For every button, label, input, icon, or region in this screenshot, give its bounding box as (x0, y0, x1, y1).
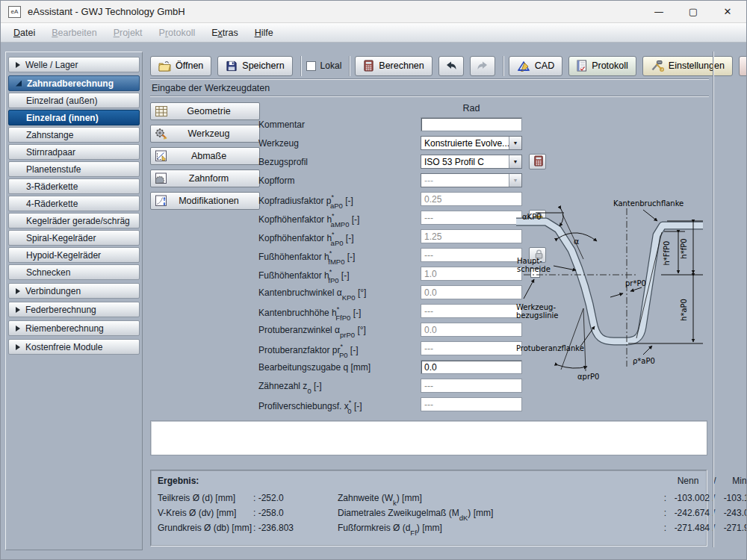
chevron-down-icon[interactable]: ▼ (509, 155, 521, 168)
local-checkbox[interactable] (306, 61, 316, 71)
cad-button[interactable]: CAD (509, 56, 562, 76)
result-label: Teilkreis Ø (d) [mm] (158, 493, 235, 503)
deviations-button[interactable]: Abmaße (150, 147, 260, 165)
geometry-button[interactable]: Geometrie (150, 102, 260, 120)
divider (150, 96, 709, 97)
field-label: Zähnezahl z0 [-] (258, 381, 322, 393)
sidebar-section[interactable]: Kostenfreie Module (8, 339, 140, 355)
sidebar-item[interactable]: Hypoid-Kegelräder (8, 247, 140, 263)
sidebar-section[interactable]: Riemenberechnung (8, 320, 140, 336)
menu-item[interactable]: Extras (203, 25, 246, 40)
help-button[interactable]: ? Hilfe (739, 56, 747, 76)
geometry-button-label: Geometrie (169, 106, 249, 116)
sidebar-item[interactable]: Spiral-Kegelräder (8, 230, 140, 246)
menu-item[interactable]: Datei (5, 25, 43, 40)
maximize-button[interactable]: ▢ (676, 1, 710, 23)
result-nenn: -242.674 (666, 508, 710, 518)
save-button[interactable]: Speichern (217, 56, 292, 76)
sidebar-item[interactable]: Schnecken (8, 264, 140, 280)
results-title: Ergebnis: (158, 476, 199, 486)
field-label: Fußhöhenfaktor h*fP0 [-] (258, 269, 350, 282)
main-area: Welle / LagerZahnradberechnungEinzelrad … (1, 43, 746, 559)
result-min: -103.152 (719, 493, 747, 503)
dropdown-werkzeug[interactable]: Konstruierte Evolve...▼ (421, 136, 522, 150)
calculate-button[interactable]: Berechnen (355, 56, 432, 76)
field-label: Kopfhöhenfaktor h*aP0 [-] (258, 231, 354, 245)
open-button[interactable]: Öffnen (150, 56, 211, 76)
chevron-down-icon[interactable]: ▼ (509, 137, 521, 149)
field-input (421, 379, 522, 393)
dropdown-value: ISO 53 Profil C (421, 155, 509, 168)
open-button-label: Öffnen (176, 60, 203, 71)
result-row: Zahnweite (Wk) [mm]:-103.002/-103.152/-1… (338, 493, 422, 505)
protocol-button[interactable]: Protokoll (568, 56, 636, 76)
tools-icon (651, 60, 664, 72)
settings-button[interactable]: Einstellungen (642, 56, 733, 76)
sidebar-section[interactable]: Verbindungen (8, 283, 140, 299)
sidebar-item-label: Stirnradpaar (26, 147, 75, 158)
sidebar-item-label: Einzelrad (außen) (26, 96, 97, 106)
form-row: WerkzeugKonstruierte Evolve...▼ (258, 135, 565, 154)
sidebar-item-label: 4-Räderkette (26, 199, 78, 209)
reference-profile-calc-button[interactable] (529, 154, 546, 169)
sidebar-section[interactable]: Welle / Lager (8, 57, 140, 72)
undo-button[interactable] (438, 56, 464, 76)
sidebar-item-label: 3-Räderkette (26, 181, 78, 192)
close-button[interactable]: ✕ (710, 1, 745, 23)
sidebar-item[interactable]: 3-Räderkette (8, 178, 140, 194)
tool-button[interactable]: Werkzeug (150, 125, 260, 143)
sidebar-section[interactable]: Zahnradberechnung (8, 75, 140, 91)
label-kantenbruchflanke: Kantenbruchflanke (613, 199, 684, 208)
result-value: : -252.0 (253, 493, 284, 503)
field-input (421, 192, 522, 206)
sidebar-item[interactable]: Stirnradpaar (8, 144, 140, 160)
dropdown-bezugsprofil[interactable]: ISO 53 Profil C▼ (421, 155, 522, 169)
app-window: eA eAssistant - GWJ Technology GmbH — ▢ … (0, 0, 747, 560)
cad-ruler-pencil-icon (517, 60, 530, 72)
cad-button-label: CAD (535, 60, 554, 71)
menu-bar: DateiBearbeitenProjektProtokollExtrasHil… (1, 23, 746, 43)
field-label: Werkzeug (258, 138, 299, 149)
field-label: Kommentar (258, 119, 305, 130)
open-folder-icon (158, 60, 171, 72)
result-value: : -236.803 (253, 523, 294, 533)
field-input[interactable] (421, 117, 522, 131)
tooth-form-button[interactable]: Zahnform (150, 169, 260, 187)
sidebar-item[interactable]: Zahnstange (8, 127, 140, 143)
collapsed-triangle-icon (16, 344, 20, 350)
section-title: Eingabe der Werkzeugdaten (152, 83, 270, 93)
field-input (421, 229, 522, 243)
label-hauptschneide: Haupt- (517, 257, 542, 265)
local-checkbox-label: Lokal (320, 60, 342, 71)
dropdown-value: --- (421, 174, 509, 187)
label-rho-ap0: ρ*aP0 (633, 357, 655, 365)
minimize-button[interactable]: — (642, 1, 676, 23)
result-label: Fußformkreis Ø (dFf) [mm] (338, 523, 442, 533)
menu-item: Projekt (105, 25, 151, 40)
sidebar: Welle / LagerZahnradberechnungEinzelrad … (5, 52, 143, 550)
calculate-button-label: Berechnen (379, 60, 424, 71)
sidebar-item[interactable]: Einzelrad (innen) (8, 110, 140, 125)
sidebar-item[interactable]: Kegelräder gerade/schräg (8, 213, 140, 228)
sidebar-section-label: Federberechnung (25, 305, 96, 315)
column-header-rad: Rad (421, 103, 522, 113)
field-label: Kantenbruchwinkel αKP0 [°] (258, 287, 366, 299)
sidebar-item[interactable]: Planetenstufe (8, 161, 140, 177)
deviations-button-label: Abmaße (169, 151, 249, 161)
notepad-icon (577, 60, 587, 72)
result-colon: : (660, 508, 666, 518)
sidebar-item[interactable]: 4-Räderkette (8, 196, 140, 211)
protocol-button-label: Protokoll (592, 60, 628, 71)
tolerance-chart-icon (154, 149, 169, 163)
label-werkzeugbezugslinie: bezugslinie (516, 311, 558, 320)
sidebar-item[interactable]: Einzelrad (außen) (8, 93, 140, 108)
menu-item: Bearbeiten (43, 25, 105, 40)
menu-item[interactable]: Hilfe (247, 25, 282, 40)
sidebar-section[interactable]: Federberechnung (8, 302, 140, 317)
sidebar-section-label: Zahnradberechnung (27, 78, 114, 89)
dim-h-ffp0: h*FfP0 (663, 240, 671, 265)
field-input[interactable] (421, 360, 522, 374)
modifications-button[interactable]: Modifikationen (150, 192, 260, 210)
field-label: Bezugsprofil (258, 157, 308, 167)
field-label: Kantenbruchhöhe h*FfP0 [-] (258, 306, 361, 320)
